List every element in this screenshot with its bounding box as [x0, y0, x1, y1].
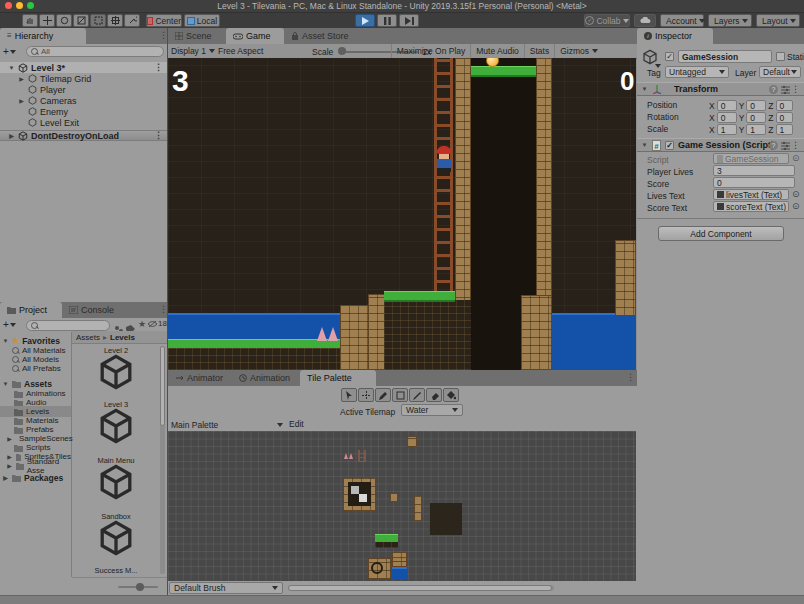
hierarchy-search-input[interactable]: All	[26, 46, 164, 57]
palette-tile-spike[interactable]	[344, 453, 348, 459]
asset-scrollbar[interactable]	[160, 346, 165, 574]
asset-label[interactable]: Success M...	[72, 566, 160, 575]
component-menu-icon[interactable]: ⋮	[791, 141, 800, 150]
layer-dropdown[interactable]: Default	[759, 66, 801, 78]
object-picker-icon[interactable]: ⊙	[792, 153, 800, 163]
rotate-tool-button[interactable]	[56, 14, 72, 27]
hierarchy-dontdestroy-row[interactable]: ▶ DontDestroyOnLoad ⋮	[0, 130, 167, 141]
position-x-field[interactable]: 0	[717, 100, 737, 111]
layers-dropdown[interactable]: Layers	[708, 14, 752, 27]
palette-edit-button[interactable]: Edit	[289, 419, 304, 429]
rotation-y-field[interactable]: 0	[746, 112, 766, 123]
component-enabled-checkbox[interactable]: ✓	[665, 141, 674, 150]
tile-eraser-tool[interactable]	[426, 388, 442, 402]
breadcrumb-current[interactable]: Levels	[110, 333, 135, 342]
position-y-field[interactable]: 0	[746, 100, 766, 111]
tile-picker-tool[interactable]	[409, 388, 425, 402]
tab-console[interactable]: Console	[62, 302, 126, 318]
scene-menu-icon[interactable]: ⋮	[154, 131, 163, 140]
game-session-header[interactable]: ▼ # ✓ Game Session (Script) ? ⋮	[637, 138, 804, 152]
project-search-input[interactable]	[26, 320, 110, 331]
object-picker-icon[interactable]: ⊙	[792, 201, 800, 211]
scale-x-field[interactable]: 1	[717, 124, 737, 135]
tab-animator[interactable]: Animator	[168, 370, 232, 386]
display-dropdown[interactable]: Display 1	[171, 44, 215, 58]
palette-menu-icon[interactable]: ⋮	[626, 373, 635, 382]
hierarchy-item-cameras[interactable]: ▶Cameras	[0, 95, 167, 106]
score-text-field[interactable]: scoreText (Text)	[713, 201, 789, 212]
step-button[interactable]	[399, 14, 419, 27]
folder-standard-assets[interactable]: ▶Standard Asse	[0, 460, 71, 471]
pivot-center-button[interactable]: Center	[146, 14, 182, 27]
default-brush-dropdown[interactable]: Default Brush	[169, 582, 283, 594]
palette-tile-big-frame[interactable]	[343, 477, 376, 511]
palette-tile-small-brick[interactable]	[390, 493, 398, 502]
unity-scene-asset-icon[interactable]	[98, 464, 134, 500]
player-lives-field[interactable]: 3	[713, 165, 795, 176]
presets-icon[interactable]	[781, 141, 790, 150]
account-dropdown[interactable]: Account	[660, 14, 704, 27]
palette-tile-grass-under[interactable]	[375, 542, 398, 548]
palette-tile-water[interactable]	[392, 567, 407, 579]
tab-game[interactable]: Game	[226, 28, 284, 44]
palette-tile-column[interactable]	[414, 495, 422, 521]
tab-inspector[interactable]: iInspector	[637, 28, 713, 44]
pivot-local-button[interactable]: Local	[184, 14, 220, 27]
transform-tool-button[interactable]	[107, 14, 123, 27]
stats-button[interactable]: Stats	[524, 44, 554, 58]
create-asset-button[interactable]: +	[3, 319, 16, 330]
unity-scene-asset-icon[interactable]	[98, 520, 134, 556]
hierarchy-item-level-exit[interactable]: Level Exit	[0, 117, 167, 128]
tile-brush-tool[interactable]	[375, 388, 391, 402]
component-menu-icon[interactable]: ⋮	[791, 85, 800, 94]
active-checkbox[interactable]: ✓	[665, 52, 674, 61]
cloud-button[interactable]	[634, 14, 656, 27]
palette-tile-brick[interactable]	[407, 436, 417, 447]
pause-button[interactable]	[377, 14, 397, 27]
palette-hscrollbar[interactable]	[288, 585, 554, 591]
rotation-x-field[interactable]: 0	[717, 112, 737, 123]
tile-select-tool[interactable]	[341, 388, 357, 402]
gameobject-name-field[interactable]: GameSession	[678, 50, 772, 63]
tile-move-tool[interactable]	[358, 388, 374, 402]
hierarchy-scene-row[interactable]: ▼ Level 3* ⋮	[0, 62, 167, 73]
breadcrumb-root[interactable]: Assets	[76, 333, 100, 342]
tab-project[interactable]: Project	[0, 302, 62, 318]
palette-tile-spike[interactable]	[349, 453, 353, 459]
hierarchy-item-tilemap-grid[interactable]: ▶Tilemap Grid	[0, 73, 167, 84]
mute-audio-button[interactable]: Mute Audio	[470, 44, 524, 58]
hierarchy-item-player[interactable]: Player	[0, 84, 167, 95]
add-component-button[interactable]: Add Component	[658, 226, 784, 241]
presets-icon[interactable]	[781, 85, 790, 94]
gizmos-dropdown[interactable]: Gizmos	[554, 44, 603, 58]
tab-scene[interactable]: Scene	[168, 28, 226, 44]
scene-menu-icon[interactable]: ⋮	[154, 63, 163, 72]
object-picker-icon[interactable]: ⊙	[792, 189, 800, 199]
project-menu-icon[interactable]: ⋮	[159, 305, 168, 314]
play-button[interactable]	[355, 14, 375, 27]
hidden-packages-button[interactable]: 18	[148, 319, 167, 328]
layout-dropdown[interactable]: Layout	[756, 14, 800, 27]
packages-root[interactable]: ▶Packages	[0, 472, 71, 483]
hierarchy-menu-icon[interactable]: ⋮	[159, 31, 168, 40]
tile-palette-grid[interactable]	[168, 431, 636, 581]
asset-scrollbar-thumb[interactable]	[160, 346, 165, 426]
position-z-field[interactable]: 0	[776, 100, 793, 111]
tab-tile-palette[interactable]: Tile Palette	[300, 370, 376, 386]
scale-y-field[interactable]: 1	[746, 124, 766, 135]
favorites-filter-button[interactable]: ★	[138, 319, 146, 329]
static-checkbox[interactable]	[776, 52, 785, 61]
active-tilemap-dropdown[interactable]: Water	[401, 404, 463, 416]
palette-tile-ladder-small[interactable]	[358, 450, 366, 462]
unity-scene-asset-icon[interactable]	[98, 354, 134, 390]
scale-z-field[interactable]: 1	[776, 124, 793, 135]
create-object-button[interactable]: +	[3, 46, 16, 57]
rect-tool-button[interactable]	[90, 14, 106, 27]
tile-rect-tool[interactable]	[392, 388, 408, 402]
scale-tool-button[interactable]	[73, 14, 89, 27]
tab-hierarchy[interactable]: ≡Hierarchy	[0, 28, 86, 44]
rotation-z-field[interactable]: 0	[776, 112, 793, 123]
palette-tile-dark-square[interactable]	[430, 503, 462, 535]
collab-button[interactable]: ✓Collab	[584, 14, 630, 27]
hierarchy-item-enemy[interactable]: Enemy	[0, 106, 167, 117]
